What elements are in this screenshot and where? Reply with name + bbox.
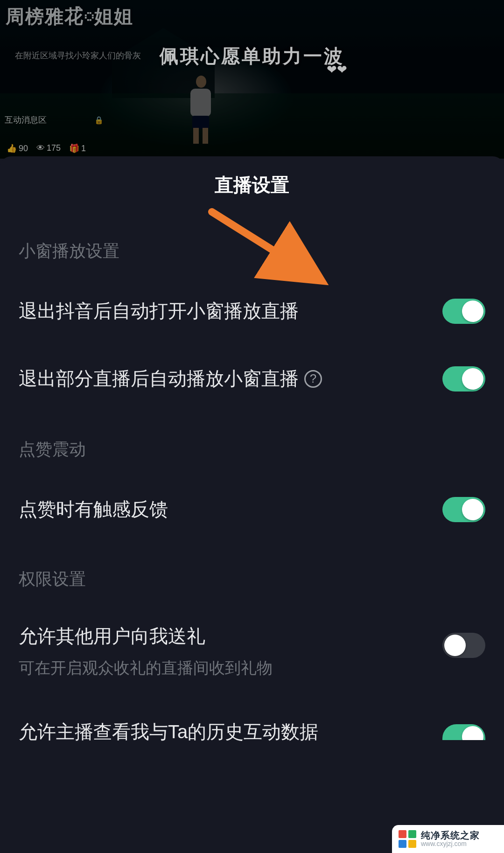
view-count: 175 bbox=[47, 143, 61, 153]
app-root: 周榜雅花ི姐姐 在附近区域寻找小玲家人们的骨灰 佩琪心愿单助力一波 ❤❤ 互动消… bbox=[0, 0, 504, 853]
gift-count: 1 bbox=[81, 144, 86, 153]
toggle-mini-exit-room[interactable] bbox=[442, 366, 485, 392]
watermark-url: www.cxyjzj.com bbox=[421, 840, 480, 847]
lock-icon: 🔒 bbox=[94, 116, 104, 125]
help-icon[interactable]: ? bbox=[304, 370, 322, 388]
chat-area-header: 互动消息区 🔒 bbox=[5, 114, 504, 126]
setting-row-allow-gift: 允许其他用户向我送礼 可在开启观众收礼的直播间收到礼物 bbox=[19, 623, 485, 679]
chat-area-title: 互动消息区 bbox=[5, 114, 47, 126]
setting-row-like-haptic: 点赞时有触感反馈 bbox=[19, 496, 485, 522]
toggle-allow-history[interactable] bbox=[442, 724, 485, 740]
setting-row-allow-history: 允许主播查看我与Ta的历史互动数据 bbox=[19, 719, 485, 745]
section-header-like-vibration: 点赞震动 bbox=[19, 438, 485, 461]
setting-label: 退出抖音后自动打开小窗播放直播 bbox=[19, 298, 299, 324]
eye-icon: 👁 bbox=[36, 143, 45, 153]
section-header-permissions: 权限设置 bbox=[19, 568, 485, 591]
setting-label-text: 退出部分直播后自动播放小窗直播 bbox=[19, 366, 299, 392]
rank-title: 周榜雅花ི姐姐 bbox=[6, 4, 504, 29]
live-settings-sheet: 直播设置 小窗播放设置 退出抖音后自动打开小窗播放直播 退出部分直播后自动播放小… bbox=[0, 156, 504, 853]
toggle-like-haptic[interactable] bbox=[442, 497, 485, 522]
live-stats: 👍90 👁175 🎁1 bbox=[7, 143, 504, 154]
thumbs-up-icon: 👍 bbox=[7, 144, 17, 153]
setting-label: 允许其他用户向我送礼 bbox=[19, 623, 273, 649]
section-header-mini-window: 小窗播放设置 bbox=[19, 240, 485, 263]
setting-row-mini-exit-app: 退出抖音后自动打开小窗播放直播 bbox=[19, 298, 485, 324]
gift-icon: 🎁 bbox=[69, 144, 79, 153]
setting-sublabel: 可在开启观众收礼的直播间收到礼物 bbox=[19, 657, 273, 679]
live-overlay: 周榜雅花ི姐姐 在附近区域寻找小玲家人们的骨灰 佩琪心愿单助力一波 ❤❤ 互动消… bbox=[0, 0, 504, 159]
sheet-title: 直播设置 bbox=[19, 156, 485, 198]
like-count: 90 bbox=[19, 144, 28, 153]
watermark-title: 纯净系统之家 bbox=[421, 831, 480, 840]
heart-icon: ❤❤ bbox=[327, 63, 504, 77]
toggle-allow-gift[interactable] bbox=[442, 633, 485, 658]
watermark: 纯净系统之家 www.cxyjzj.com bbox=[392, 825, 504, 853]
setting-label: 允许主播查看我与Ta的历史互动数据 bbox=[19, 719, 318, 745]
setting-label: 点赞时有触感反馈 bbox=[19, 496, 168, 522]
watermark-logo-icon bbox=[399, 830, 416, 848]
toggle-mini-exit-app[interactable] bbox=[442, 299, 485, 324]
setting-label: 退出部分直播后自动播放小窗直播 ? bbox=[19, 366, 322, 392]
setting-row-mini-exit-room: 退出部分直播后自动播放小窗直播 ? bbox=[19, 366, 485, 392]
